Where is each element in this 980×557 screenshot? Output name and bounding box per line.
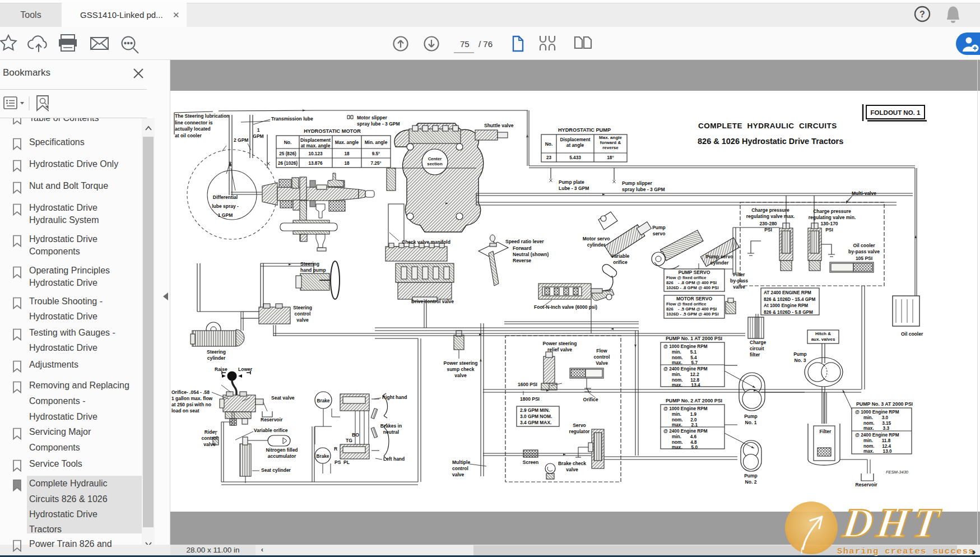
svg-text:neutral: neutral [383,429,399,435]
svg-text:Brakes in: Brakes in [380,423,402,429]
svg-text:Seat cylinder: Seat cylinder [261,467,291,473]
svg-text:valve: valve [454,373,467,378]
svg-text:FESM-3430: FESM-3430 [886,470,909,475]
svg-text:@ 1000 Engine RPM: @ 1000 Engine RPM [663,406,708,411]
svg-text:max. 2.1: max. 2.1 [672,423,698,428]
svg-text:regulator: regulator [569,429,591,434]
svg-text:GPM: GPM [253,133,263,139]
svg-text:nom. 12.8: nom. 12.8 [672,378,700,383]
svg-text:valve: valve [203,442,216,447]
svg-text:Lube - 3 GPM: Lube - 3 GPM [559,185,589,191]
svg-text:Steering: Steering [207,349,226,355]
svg-text:Pump: Pump [652,225,666,230]
svg-text:Ride: Ride [205,429,215,435]
svg-text:PSI: PSI [764,227,772,233]
svg-text:max. 5.0: max. 5.0 [672,445,698,450]
svg-text:orifice: orifice [613,259,628,265]
svg-text:2 GPM: 2 GPM [234,137,248,143]
svg-text:PUMP No. 2 AT 2000 PSI: PUMP No. 2 AT 2000 PSI [666,398,722,403]
svg-text:Raise: Raise [215,366,227,372]
svg-text:Lower: Lower [238,366,253,372]
svg-text:Shuttle valve: Shuttle valve [484,123,514,128]
svg-text:min. 4.6: min. 4.6 [672,434,697,439]
svg-text:nom. 4.8: nom. 4.8 [672,440,697,445]
svg-text:Pump: Pump [744,473,758,479]
svg-text:3.4 GPM MAX.: 3.4 GPM MAX. [520,420,551,425]
svg-text:accumulator: accumulator [268,453,296,459]
svg-text:COMPLETE HYDRAULIC CIRCUITS: COMPLETE HYDRAULIC CIRCUITS [698,122,837,130]
svg-text:MOTOR SERVO: MOTOR SERVO [676,296,712,301]
svg-text:18°: 18° [607,155,614,160]
svg-text:by-pass valve: by-pass valve [848,249,880,254]
svg-text:1: 1 [257,127,260,133]
svg-text:PUMP No. 3 AT 2000 PSI: PUMP No. 3 AT 2000 PSI [856,401,913,407]
svg-text:Displacement: Displacement [300,137,331,143]
svg-text:Brake: Brake [317,398,330,403]
svg-text:min. 12.2: min. 12.2 [672,372,699,377]
svg-text:Motor servo: Motor servo [583,236,610,242]
svg-text:Servo: Servo [573,423,586,428]
svg-text:regulating valve min.: regulating valve min. [809,215,856,220]
svg-text:aux. valves: aux. valves [811,337,835,342]
svg-text:circuit: circuit [750,346,764,351]
svg-text:?: ? [919,10,925,19]
svg-text:@ 2400 Engine RPM: @ 2400 Engine RPM [663,429,708,434]
svg-text:1026D - .5 GPM @ 400 PSI: 1026D - .5 GPM @ 400 PSI [666,312,719,317]
svg-text:PSI: PSI [825,227,833,233]
svg-text:No. 3: No. 3 [795,358,806,363]
svg-text:The Steering lubrication: The Steering lubrication [175,113,229,119]
svg-text:Speed ratio lever: Speed ratio lever [505,239,544,244]
svg-text:10.123: 10.123 [308,151,322,156]
svg-text:at angle: at angle [566,142,584,148]
svg-text:at 250 psi with no: at 250 psi with no [171,402,211,407]
svg-text:HYDROSTATIC PUMP: HYDROSTATIC PUMP [558,127,611,133]
svg-text:servo: servo [653,231,666,236]
svg-text:Charge: Charge [750,340,767,345]
svg-text:Power steering: Power steering [444,360,478,366]
svg-text:Pump plate: Pump plate [559,179,584,185]
svg-text:sump check: sump check [447,366,474,372]
svg-text:Displacement: Displacement [560,137,591,142]
svg-text:max. 13.0: max. 13.0 [863,449,892,454]
svg-text:load on seat: load on seat [171,408,199,414]
svg-text:PUMP No. 1 AT 2000 PSI: PUMP No. 1 AT 2000 PSI [666,336,722,341]
svg-text:Differential: Differential [213,194,238,200]
svg-text:No.: No. [284,140,292,145]
svg-text:Right hand: Right hand [382,394,407,400]
svg-text:13.876: 13.876 [308,161,322,166]
svg-text:@ 1000 Engine RPM: @ 1000 Engine RPM [663,344,708,349]
svg-text:Center: Center [428,156,442,161]
svg-text:Filter: Filter [820,429,832,434]
svg-text:Orifice: Orifice [583,397,598,402]
svg-text:Charge pressure: Charge pressure [813,208,851,214]
svg-text:9.5°: 9.5° [372,151,380,156]
svg-text:Valve: Valve [596,360,608,366]
svg-text:130-170: 130-170 [820,221,838,226]
svg-text:826 & 1026 Hydrostatic Drive T: 826 & 1026 Hydrostatic Drive Tractors [698,137,843,146]
svg-text:Filter: Filter [733,272,745,277]
svg-text:Nitrogen filled: Nitrogen filled [266,447,298,453]
svg-text:control: control [202,435,218,441]
svg-text:valve: valve [733,284,745,290]
svg-text:105 PSI: 105 PSI [856,256,872,261]
svg-text:Pump: Pump [744,414,758,419]
svg-text:826 - .8 GPM @ 400 PSI: 826 - .8 GPM @ 400 PSI [666,280,717,285]
svg-text:No. 2: No. 2 [745,479,757,485]
svg-text:Forward: Forward [513,245,532,251]
svg-text:75: 75 [460,39,470,49]
svg-text:25 (826): 25 (826) [279,151,296,156]
svg-text:Motor slipper: Motor slipper [357,115,388,120]
svg-text:826 & 1026D - 15.4 GPM: 826 & 1026D - 15.4 GPM [764,297,816,302]
svg-text:min. 5.1: min. 5.1 [672,350,697,355]
svg-text:@ 2400 Engine RPM: @ 2400 Engine RPM [855,433,899,438]
svg-text:Reservoir: Reservoir [855,482,877,488]
svg-text:lube spray -: lube spray - [212,203,239,209]
svg-text:regulating valve max.: regulating valve max. [746,213,795,219]
svg-text:23: 23 [546,155,552,160]
svg-text:valve: valve [566,467,578,472]
svg-text:Orifice- .054 - .58: Orifice- .054 - .58 [171,389,210,395]
svg-text:Max. angle: Max. angle [335,140,359,145]
svg-text:Reverse: Reverse [513,258,531,263]
svg-text:cylinder: cylinder [587,242,606,248]
svg-text:cylinder: cylinder [207,355,226,361]
